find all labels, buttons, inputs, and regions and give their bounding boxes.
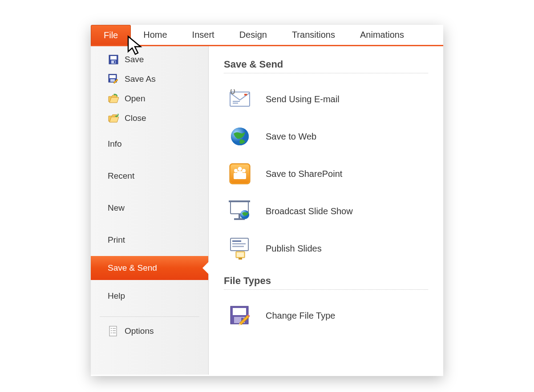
option-broadcast-slide-show[interactable]: Broadcast Slide Show [224,192,428,230]
svg-rect-19 [244,94,247,96]
main-panel: Save & Send Send Using E-mail [209,46,443,375]
broadcast-icon [227,199,252,224]
sidebar-item-label: New [108,203,125,213]
svg-rect-21 [233,103,238,104]
save-as-icon [108,73,119,85]
option-publish-slides[interactable]: Publish Slides [224,230,428,267]
sidebar-item-label: Info [108,139,122,149]
email-icon [227,87,252,112]
publish-slides-icon [227,236,252,261]
sidebar-item-new[interactable]: New [91,192,208,224]
sidebar-item-open[interactable]: Open [91,89,208,108]
option-label: Change File Type [266,311,335,321]
svg-point-27 [234,169,238,172]
option-label: Save to SharePoint [266,169,342,179]
svg-rect-42 [232,246,244,247]
backstage-sidebar: Save Save As [91,46,209,375]
section-title-file-types: File Types [224,275,428,287]
sidebar-item-print[interactable]: Print [91,224,208,256]
change-file-type-icon [227,303,252,328]
option-label: Broadcast Slide Show [266,206,353,216]
sidebar-item-help[interactable]: Help [91,280,208,312]
svg-rect-6 [110,79,115,82]
svg-rect-34 [229,200,250,202]
close-icon [108,112,119,124]
sidebar-divider [100,316,199,317]
sidebar-item-label: Save [125,55,144,64]
svg-rect-47 [233,308,246,315]
svg-rect-41 [232,243,246,244]
sidebar-item-info[interactable]: Info [91,128,208,160]
section-rule [224,73,428,73]
svg-rect-20 [233,101,240,102]
backstage-window: File Home Insert Design Transitions Anim… [91,25,443,376]
backstage-body: Save Save As [91,46,443,375]
svg-rect-44 [239,258,242,260]
sidebar-item-close[interactable]: Close [91,108,208,128]
svg-rect-15 [113,330,116,331]
option-save-to-web[interactable]: Save to Web [224,118,428,155]
svg-point-16 [111,332,112,333]
sidebar-item-label: Close [125,113,146,123]
svg-point-12 [111,328,112,329]
save-icon [108,54,119,65]
tab-file[interactable]: File [91,25,131,45]
sidebar-item-label: Print [108,235,125,245]
svg-rect-40 [232,240,241,242]
svg-rect-35 [239,214,240,218]
svg-point-14 [111,330,112,331]
svg-rect-17 [113,332,116,333]
svg-rect-3 [114,61,115,63]
open-icon [108,93,119,104]
option-label: Send Using E-mail [266,94,340,104]
sidebar-item-options[interactable]: Options [91,321,208,341]
option-save-to-sharepoint[interactable]: Save to SharePoint [224,155,428,192]
tab-home[interactable]: Home [131,25,179,45]
sidebar-item-label: Recent [108,171,134,181]
option-change-file-type[interactable]: Change File Type [224,297,428,334]
option-label: Publish Slides [266,244,322,254]
tab-design[interactable]: Design [227,25,279,45]
sidebar-item-label: Save As [125,74,156,84]
sidebar-item-save-and-send[interactable]: Save & Send [91,256,208,280]
svg-rect-32 [237,171,243,179]
tab-transitions[interactable]: Transitions [279,25,348,45]
sidebar-item-label: Open [125,94,145,104]
tab-insert[interactable]: Insert [180,25,227,45]
tab-animations[interactable]: Animations [348,25,417,45]
sidebar-item-label: Help [108,291,125,301]
sidebar-item-save[interactable]: Save [91,50,208,69]
sidebar-item-label: Options [125,326,154,336]
svg-rect-13 [113,328,116,329]
ribbon-tabs: File Home Insert Design Transitions Anim… [91,25,443,46]
svg-point-31 [238,167,242,171]
svg-rect-1 [110,56,117,60]
sidebar-item-recent[interactable]: Recent [91,160,208,192]
svg-rect-5 [109,75,116,78]
section-rule [224,289,428,290]
option-label: Save to Web [266,132,316,142]
svg-point-29 [242,169,246,172]
options-icon [108,325,119,337]
sidebar-item-label: Save & Send [108,263,157,273]
section-title-save-send: Save & Send [224,59,428,70]
sharepoint-icon [227,161,252,186]
option-send-email[interactable]: Send Using E-mail [224,80,428,118]
globe-icon [227,124,252,149]
sidebar-item-save-as[interactable]: Save As [91,69,208,89]
svg-rect-45 [237,252,244,257]
